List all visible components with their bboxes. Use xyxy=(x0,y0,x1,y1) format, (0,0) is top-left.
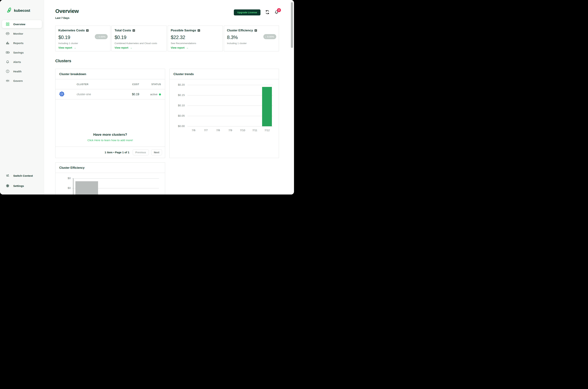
monitor-pulse-icon xyxy=(6,32,10,35)
header-actions: Upgrade License xyxy=(234,9,279,15)
stat-cards: Kubernetes Costs i $0.19 ↓ 0.00% Includi… xyxy=(55,26,279,51)
efficiency-ytick: $0 xyxy=(56,177,71,180)
trends-xlabel: 7/10 xyxy=(236,129,249,132)
add-clusters-link[interactable]: Click Here to learn how to add more! xyxy=(56,139,165,142)
arrow-down-icon: ↓ xyxy=(265,35,266,38)
trends-xlabel: 7/7 xyxy=(200,129,212,132)
sidebar-footer: Switch Context xyxy=(0,172,44,190)
trends-ytick: $0.20 xyxy=(170,83,185,86)
promo-title: Have more clusters? xyxy=(56,133,165,137)
notification-badge: 2 xyxy=(277,8,281,12)
column-status: STATUS xyxy=(139,83,165,86)
sidebar-nav: Overview Monitor Reports xyxy=(0,20,44,85)
trends-xlabel: 7/6 xyxy=(187,129,200,132)
kubecost-logo: kubecost xyxy=(6,7,44,14)
sidebar-item-label: Reports xyxy=(13,41,24,45)
sidebar-item-alerts[interactable]: Alerts xyxy=(2,58,42,66)
stat-subtext: Combined Kubernetes and Cloud costs xyxy=(114,42,157,45)
settings-label: Settings xyxy=(13,184,24,187)
trends-xlabel: 7/8 xyxy=(212,129,224,132)
sidebar-item-label: Monitor xyxy=(13,32,23,35)
stat-value: $22.32 xyxy=(171,35,220,40)
next-button[interactable]: Next xyxy=(151,149,162,155)
sidebar-item-label: Alerts xyxy=(13,61,21,64)
trend-badge: ↓ 0.00% xyxy=(95,34,108,39)
sidebar-item-reports[interactable]: Reports xyxy=(2,39,42,47)
trends-ytick: $0.15 xyxy=(170,94,185,97)
cluster-efficiency-panel: Cluster Efficiency $0 $0 xyxy=(55,162,165,194)
stat-subtext: Including 1 cluster xyxy=(227,42,247,45)
date-range-label: Last 7 Days xyxy=(55,17,79,19)
stat-title: Cluster Efficiency i xyxy=(227,29,276,32)
previous-button[interactable]: Previous xyxy=(133,149,149,155)
sidebar-item-monitor[interactable]: Monitor xyxy=(2,30,42,37)
logo-text: kubecost xyxy=(14,8,30,13)
trends-ytick: $0.05 xyxy=(170,114,185,117)
efficiency-chart: $0 $0 xyxy=(56,173,165,194)
sidebar-item-govern[interactable]: Govern xyxy=(2,77,42,85)
stat-card-cluster-efficiency: Cluster Efficiency i 8.3% ↓ 0.00% Includ… xyxy=(224,26,279,51)
add-clusters-promo: Have more clusters? Click Here to learn … xyxy=(56,133,165,147)
trends-xlabels: 7/6 7/7 7/8 7/9 7/10 7/11 7/12 xyxy=(187,129,273,132)
bell-icon xyxy=(6,60,10,64)
sidebar: kubecost Overview Mo xyxy=(0,0,44,194)
sidebar-item-overview[interactable]: Overview xyxy=(2,20,42,28)
table-header: CLUSTER COST STATUS xyxy=(56,79,165,89)
view-report-link[interactable]: View report → xyxy=(58,46,76,49)
trends-bars xyxy=(187,85,273,126)
scrollbar xyxy=(290,0,293,194)
arrow-right-icon: → xyxy=(130,46,132,49)
stat-subtext: See Recommendations xyxy=(171,42,196,45)
upgrade-license-button[interactable]: Upgrade License xyxy=(234,9,260,15)
stat-card-possible-savings: Possible Savings i $22.32 See Recommenda… xyxy=(168,26,223,51)
cluster-trends-panel: Cluster trends $0.20 $0.15 $0.10 $0.05 $… xyxy=(169,69,279,158)
arrow-right-icon: → xyxy=(186,46,189,49)
settings-button[interactable]: Settings xyxy=(2,182,42,190)
refresh-button[interactable] xyxy=(265,10,270,15)
column-cluster: CLUSTER xyxy=(77,83,117,86)
info-icon[interactable]: i xyxy=(254,29,257,32)
scrollbar-thumb[interactable] xyxy=(291,2,293,48)
page-header: Overview Last 7 Days Upgrade License xyxy=(55,8,279,19)
trees-icon xyxy=(6,79,10,83)
efficiency-ytick: $0 xyxy=(56,186,71,190)
trends-ytick: $0.00 xyxy=(170,125,185,128)
switch-context-button[interactable]: Switch Context xyxy=(2,172,42,180)
notifications-button[interactable]: 2 xyxy=(274,10,279,15)
trends-xlabel: 7/12 xyxy=(261,129,273,132)
info-icon[interactable]: i xyxy=(133,29,135,32)
info-icon[interactable]: i xyxy=(86,29,89,32)
trends-xlabel: 7/9 xyxy=(224,129,237,132)
column-cost: COST xyxy=(117,83,139,86)
stat-card-total-costs: Total Costs i $0.19 Combined Kubernetes … xyxy=(112,26,167,51)
sidebar-item-health[interactable]: Health xyxy=(2,67,42,75)
alert-circle-icon xyxy=(6,69,10,73)
gridline xyxy=(187,126,273,127)
trends-chart: $0.20 $0.15 $0.10 $0.05 $0.00 7/6 7/7 7/… xyxy=(170,79,279,158)
gridline xyxy=(72,178,159,179)
kubecost-leaf-icon xyxy=(6,7,12,14)
view-report-link[interactable]: View report → xyxy=(114,46,132,49)
arrow-down-icon: ↓ xyxy=(96,35,98,38)
sidebar-item-label: Overview xyxy=(13,23,25,26)
clusters-heading: Clusters xyxy=(55,59,294,63)
table-row[interactable]: cluster-one $0.19 active xyxy=(56,89,165,99)
main-content: Overview Last 7 Days Upgrade License xyxy=(44,0,294,194)
cluster-name: cluster-one xyxy=(77,93,117,96)
sidebar-item-label: Savings xyxy=(13,51,24,54)
sidebar-item-savings[interactable]: Savings xyxy=(2,48,42,56)
info-icon[interactable]: i xyxy=(197,29,200,32)
sidebar-item-label: Health xyxy=(13,70,22,73)
arrow-right-icon: → xyxy=(74,46,76,49)
status-dot xyxy=(159,94,161,96)
page-title: Overview xyxy=(55,8,79,14)
cluster-cost: $0.19 xyxy=(117,93,139,96)
grid-icon xyxy=(6,22,10,26)
view-report-link[interactable]: View report → xyxy=(171,46,189,49)
bar-chart-icon xyxy=(6,41,10,45)
cluster-breakdown-panel: Cluster breakdown CLUSTER COST STATUS xyxy=(55,69,165,158)
switch-context-label: Switch Context xyxy=(13,174,33,177)
stat-value: $0.19 xyxy=(114,35,164,40)
stat-card-kubernetes-costs: Kubernetes Costs i $0.19 ↓ 0.00% Includi… xyxy=(55,26,110,51)
stat-title: Total Costs i xyxy=(114,29,164,32)
